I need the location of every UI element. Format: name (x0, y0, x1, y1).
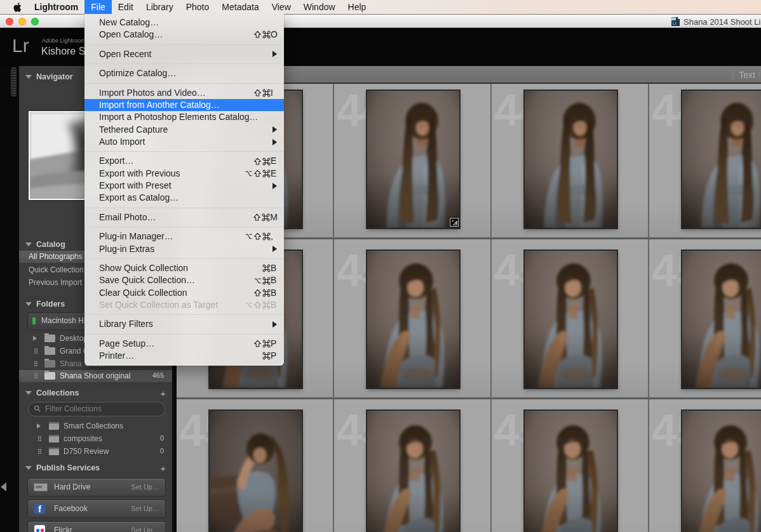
svg-text:Lr: Lr (673, 21, 677, 25)
